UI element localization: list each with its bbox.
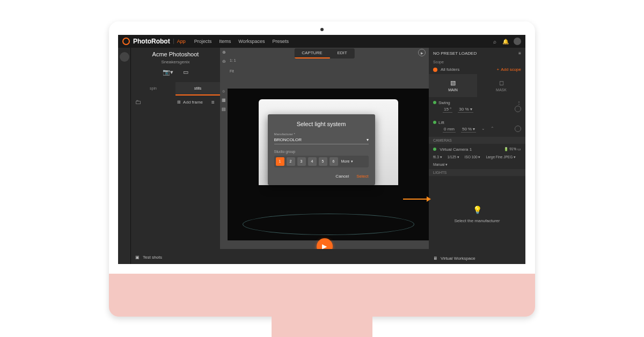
grid-icon[interactable]: ▤: [222, 107, 226, 112]
chat-icon[interactable]: ▭: [183, 69, 188, 76]
ratio-status: 1: 1: [230, 58, 236, 62]
studio-groups: 1 2 3 4 5 6 More ▾: [274, 156, 369, 167]
select-button[interactable]: Select: [356, 174, 368, 179]
tab-main[interactable]: ▧ MAIN: [429, 74, 477, 97]
frames-list-empty: [131, 108, 220, 251]
monitor-icon: 🖥: [433, 256, 437, 261]
frame-tabs: spin stills: [131, 82, 220, 96]
layers-icon[interactable]: ▦: [222, 98, 226, 102]
mode-edit[interactable]: EDIT: [330, 48, 355, 58]
light-tool-icon[interactable]: ☼: [222, 89, 225, 93]
brand-name: PhotoRobot: [133, 38, 170, 45]
nav-items[interactable]: Items: [219, 39, 231, 44]
center-footer: [220, 249, 429, 264]
left-toolbar: 🗀 ⊞ Add frame ≡: [131, 96, 220, 108]
nav-presets[interactable]: Presets: [273, 39, 289, 44]
tab-mask-label: MASK: [496, 88, 507, 92]
tab-spin[interactable]: spin: [131, 82, 175, 96]
tab-stills[interactable]: stills: [175, 82, 220, 96]
search-icon[interactable]: ⌕: [492, 39, 497, 44]
left-header: Acme Photoshoot Sneakersgenix 📷▾ ▭: [131, 48, 220, 79]
studio-group-1[interactable]: 1: [276, 157, 284, 166]
add-frame-button[interactable]: ⊞ Add frame: [177, 100, 203, 105]
virtual-workspace-label[interactable]: Virtual Workspace: [441, 256, 475, 261]
preset-menu-icon[interactable]: ≡: [518, 51, 521, 56]
image-icon: ▧: [429, 79, 477, 86]
left-header-icons: 📷▾ ▭: [135, 69, 216, 76]
logo-icon: [122, 38, 130, 45]
add-scope-button[interactable]: + Add scope: [497, 67, 521, 72]
tab-mask[interactable]: ◻ MASK: [477, 74, 525, 97]
studio-group-5[interactable]: 5: [319, 157, 327, 166]
studio-group-3[interactable]: 3: [297, 157, 306, 166]
center-tool-strip: ⊕ ⊖ ☼ ▦ ▤: [220, 48, 228, 264]
manufacturer-select[interactable]: BRONCOLOR ▾: [274, 136, 369, 144]
mode-value[interactable]: Manual ▾: [433, 163, 448, 167]
workarea: Acme Photoshoot Sneakersgenix 📷▾ ▭ spin …: [118, 48, 525, 264]
all-folders-label[interactable]: All folders: [441, 67, 459, 72]
studio-group-2[interactable]: 2: [287, 157, 295, 166]
studio-group-more[interactable]: More ▾: [341, 159, 354, 164]
studio-group-6[interactable]: 6: [330, 157, 338, 166]
lift-control: Lift 0 mm 50 % ▾ ⌄ ⌃: [429, 117, 525, 137]
test-shots-label[interactable]: Test shots: [143, 255, 162, 260]
zoom-out-icon[interactable]: ⊖: [222, 59, 226, 64]
lights-header: LIGHTS: [429, 169, 525, 176]
photoshoot-title: Acme Photoshoot: [135, 51, 216, 57]
glass-table: [243, 214, 414, 235]
target-icon[interactable]: [515, 126, 521, 132]
settings-icon[interactable]: ≡: [210, 99, 216, 105]
main-nav: Projects Items Workspaces Presets: [194, 39, 289, 44]
cancel-button[interactable]: Cancel: [335, 174, 349, 179]
more-icon[interactable]: ⋮: [517, 100, 521, 105]
bell-icon[interactable]: 🔔: [503, 39, 508, 44]
lights-empty-state: 💡 Select the manufacturer: [429, 176, 525, 253]
right-tabs: ▧ MAIN ◻ MASK: [429, 74, 525, 97]
mode-capture[interactable]: CAPTURE: [294, 48, 330, 58]
folder-icon[interactable]: 🗀: [135, 99, 141, 105]
swing-percent[interactable]: 30 % ▾: [458, 106, 473, 113]
lift-percent[interactable]: 50 % ▾: [461, 126, 476, 133]
select-light-dialog: Select light system Manufacturer * BRONC…: [268, 114, 375, 185]
app-screen: PhotoRobot App Projects Items Workspaces…: [118, 35, 525, 264]
far-left-strip: [118, 48, 131, 264]
right-panel: NO PRESET LOADED ≡ Scope All folders + A…: [429, 48, 525, 264]
shutter-value[interactable]: 1/125 ▾: [448, 155, 459, 159]
scope-radio[interactable]: [433, 68, 437, 72]
lift-mm[interactable]: 0 mm: [443, 126, 456, 133]
nav-projects[interactable]: Projects: [194, 39, 212, 44]
swing-control: Swing⋮ 15 ° 30 % ▾: [429, 97, 525, 117]
scope-label: Scope: [429, 59, 525, 65]
iso-value[interactable]: ISO 100 ▾: [465, 155, 481, 159]
status-dot-icon: [433, 148, 436, 151]
chevron-up-icon[interactable]: ⌃: [491, 126, 494, 133]
studio-group-4[interactable]: 4: [308, 157, 317, 166]
camera-row: Virtual Camera 1 🔋 91% ▭: [429, 144, 525, 153]
swing-label: Swing: [438, 100, 450, 105]
app-badge[interactable]: App: [173, 39, 186, 44]
preview-play-icon[interactable]: ▶: [418, 49, 426, 56]
preset-status: NO PRESET LOADED: [433, 51, 518, 56]
nav-workspaces[interactable]: Workspaces: [238, 39, 265, 44]
target-icon[interactable]: [515, 106, 521, 112]
fit-label[interactable]: Fit: [230, 69, 234, 73]
add-scope-label: Add scope: [501, 67, 521, 72]
zoom-in-icon[interactable]: ⊕: [222, 50, 226, 55]
dialog-actions: Cancel Select: [274, 174, 369, 179]
project-thumb[interactable]: [120, 52, 129, 62]
format-value[interactable]: Large Fine JPEG ▾: [486, 155, 516, 159]
aperture-value[interactable]: f6.3 ▾: [433, 155, 442, 159]
camera-dropdown-icon[interactable]: 📷▾: [163, 69, 173, 76]
chevron-down-icon[interactable]: ⌄: [481, 126, 485, 133]
arrow-annotation: [403, 199, 427, 200]
battery-level: 🔋 91% ▭: [504, 147, 521, 151]
add-frame-icon: ⊞: [177, 100, 181, 105]
monitor-stand: [272, 317, 372, 337]
swing-degrees[interactable]: 15 °: [443, 106, 452, 113]
lights-hint[interactable]: Select the manufacturer: [455, 218, 500, 223]
camera-name[interactable]: Virtual Camera 1: [440, 147, 472, 152]
status-dot-icon: [433, 121, 436, 124]
more-label: More: [341, 159, 350, 163]
test-shots-icon: ▣: [135, 255, 140, 260]
avatar[interactable]: [514, 38, 521, 45]
